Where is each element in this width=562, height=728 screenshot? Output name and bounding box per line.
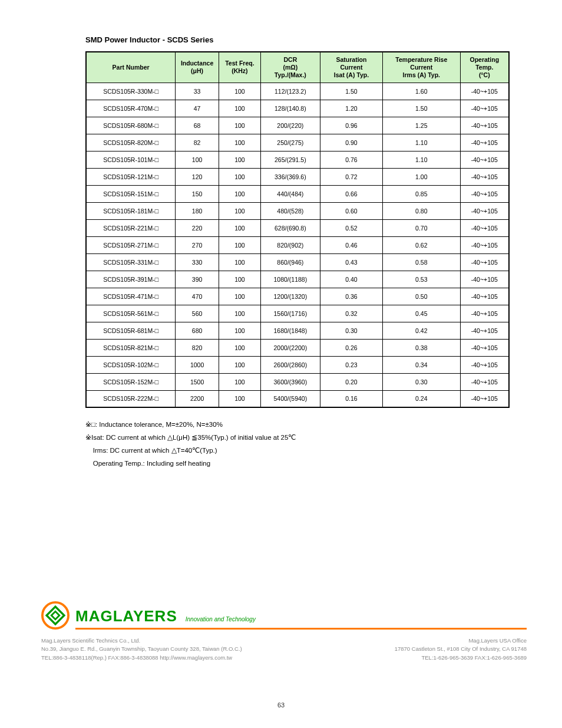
table-cell: SCDS105R-680M-□ [86, 117, 176, 134]
table-cell: 0.36 [320, 288, 382, 305]
table-cell: -40~+105 [460, 339, 509, 356]
table-row: SCDS105R-470M-□47100128/(140.8)1.201.50-… [86, 100, 509, 117]
table-cell: -40~+105 [460, 390, 509, 407]
addr-tw-contact: TEL:886-3-4838118(Rep.) FAX:886-3-483808… [41, 654, 272, 662]
note-irms: Irms: DC current at which △T=40℃(Typ.) [85, 444, 521, 457]
table-cell: 440/(484) [260, 185, 320, 202]
table-cell: -40~+105 [460, 253, 509, 271]
table-cell: 1.20 [320, 100, 382, 117]
table-cell: 68 [176, 117, 219, 134]
table-cell: 0.62 [383, 236, 460, 253]
table-cell: SCDS105R-470M-□ [86, 100, 176, 117]
table-cell: 390 [176, 271, 219, 288]
table-cell: 220 [176, 219, 219, 236]
table-cell: 470 [176, 288, 219, 305]
page-title: SMD Power Inductor - SCDS Series [85, 35, 521, 44]
table-row: SCDS105R-820M-□82100250/(275)0.901.10-40… [86, 134, 509, 151]
table-cell: 150 [176, 185, 219, 202]
table-cell: 0.34 [383, 356, 460, 373]
table-cell: 1.25 [383, 117, 460, 134]
table-cell: 270 [176, 236, 219, 253]
col-test-freq: Test Freq.(KHz) [219, 52, 261, 83]
spec-table: Part Number Inductance(μH) Test Freq.(KH… [85, 51, 510, 408]
table-cell: -40~+105 [460, 271, 509, 288]
table-cell: 820/(902) [260, 236, 320, 253]
table-cell: 100 [219, 168, 261, 185]
table-cell: 330 [176, 253, 219, 271]
table-cell: 0.76 [320, 151, 382, 168]
table-row: SCDS105R-561M-□5601001560/(1716)0.320.45… [86, 305, 509, 322]
table-cell: -40~+105 [460, 134, 509, 151]
col-part-number: Part Number [86, 52, 176, 83]
note-optemp: Operating Temp.: Including self heating [85, 457, 521, 470]
addr-us-line: 17870 Castleton St., #108 City Of Indust… [296, 645, 527, 653]
table-cell: 112/(123.2) [260, 83, 320, 100]
table-cell: 1.10 [383, 134, 460, 151]
table-cell: 250/(275) [260, 134, 320, 151]
table-cell: 0.43 [320, 253, 382, 271]
table-cell: SCDS105R-820M-□ [86, 134, 176, 151]
table-cell: -40~+105 [460, 356, 509, 373]
table-cell: 0.85 [383, 185, 460, 202]
table-cell: 100 [176, 151, 219, 168]
table-cell: 0.45 [383, 305, 460, 322]
table-cell: SCDS105R-221M-□ [86, 219, 176, 236]
table-cell: -40~+105 [460, 305, 509, 322]
table-cell: 120 [176, 168, 219, 185]
table-row: SCDS105R-391M-□3901001080/(1188)0.400.53… [86, 271, 509, 288]
table-cell: -40~+105 [460, 236, 509, 253]
table-row: SCDS105R-181M-□180100480/(528)0.600.80-4… [86, 202, 509, 219]
table-cell: SCDS105R-330M-□ [86, 83, 176, 100]
brand-name: MAGLAYERS [75, 607, 177, 625]
col-temp: OperatingTemp.(°C) [460, 52, 509, 83]
table-cell: 47 [176, 100, 219, 117]
table-cell: SCDS105R-271M-□ [86, 236, 176, 253]
table-cell: 1500 [176, 373, 219, 390]
table-cell: 0.16 [320, 390, 382, 407]
table-row: SCDS105R-101M-□100100265/(291.5)0.761.10… [86, 151, 509, 168]
table-cell: 33 [176, 83, 219, 100]
table-row: SCDS105R-121M-□120100336/(369.6)0.721.00… [86, 168, 509, 185]
addr-tw-title: Mag.Layers Scientific Technics Co., Ltd. [41, 637, 272, 645]
table-row: SCDS105R-680M-□68100200/(220)0.961.25-40… [86, 117, 509, 134]
page-footer: MAGLAYERS Innovation and Technology Mag.… [41, 601, 527, 662]
table-cell: 100 [219, 151, 261, 168]
table-cell: SCDS105R-821M-□ [86, 339, 176, 356]
table-cell: 1.60 [383, 83, 460, 100]
table-cell: 100 [219, 100, 261, 117]
table-cell: 100 [219, 339, 261, 356]
table-cell: 0.60 [320, 202, 382, 219]
table-cell: SCDS105R-222M-□ [86, 390, 176, 407]
table-cell: 0.38 [383, 339, 460, 356]
table-cell: 0.58 [383, 253, 460, 271]
svg-rect-1 [47, 607, 64, 624]
table-row: SCDS105R-331M-□330100860/(946)0.430.58-4… [86, 253, 509, 271]
table-cell: 560 [176, 305, 219, 322]
table-cell: 0.26 [320, 339, 382, 356]
col-inductance: Inductance(μH) [176, 52, 219, 83]
table-cell: SCDS105R-101M-□ [86, 151, 176, 168]
table-cell: 0.70 [383, 219, 460, 236]
table-cell: SCDS105R-561M-□ [86, 305, 176, 322]
table-cell: 0.72 [320, 168, 382, 185]
table-cell: SCDS105R-152M-□ [86, 373, 176, 390]
table-cell: 0.80 [383, 202, 460, 219]
table-cell: 100 [219, 271, 261, 288]
table-cell: 0.30 [383, 373, 460, 390]
table-cell: 100 [219, 356, 261, 373]
address-taiwan: Mag.Layers Scientific Technics Co., Ltd.… [41, 637, 272, 662]
table-cell: 128/(140.8) [260, 100, 320, 117]
table-cell: 336/(369.6) [260, 168, 320, 185]
table-row: SCDS105R-151M-□150100440/(484)0.660.85-4… [86, 185, 509, 202]
table-cell: 100 [219, 185, 261, 202]
table-cell: -40~+105 [460, 83, 509, 100]
note-tolerance: ※□: Inductance tolerance, M=±20%, N=±30% [85, 419, 521, 431]
table-row: SCDS105R-821M-□8201002000/(2200)0.260.38… [86, 339, 509, 356]
table-cell: SCDS105R-331M-□ [86, 253, 176, 271]
svg-rect-2 [51, 611, 59, 620]
table-cell: 2000/(2200) [260, 339, 320, 356]
table-row: SCDS105R-102M-□10001002600/(2860)0.230.3… [86, 356, 509, 373]
brand-logo-icon [41, 601, 70, 630]
table-cell: 628/(690.8) [260, 219, 320, 236]
table-cell: 1000 [176, 356, 219, 373]
